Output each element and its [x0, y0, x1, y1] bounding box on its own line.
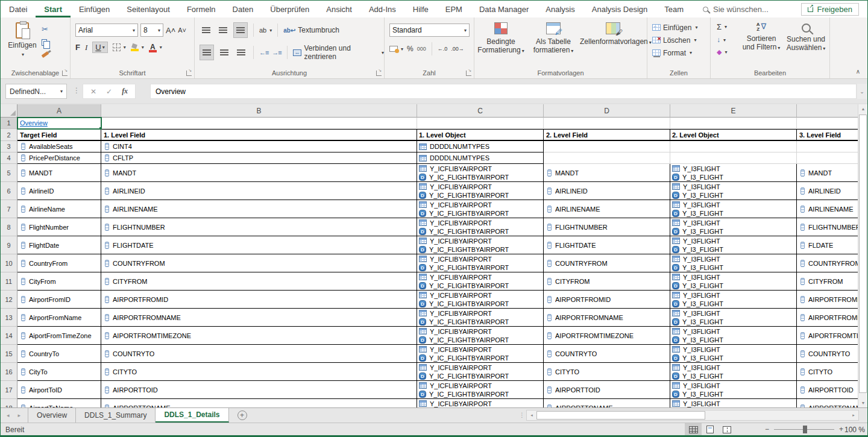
paste-button[interactable]: Einfügen ▾ [7, 22, 38, 58]
cell-level2-object[interactable]: Y_I3FLIGHT DY_I3_FLIGHT [670, 254, 797, 272]
cell-level1-object[interactable]: DDDDLNUMTYPES [417, 152, 544, 164]
cell-level2-field[interactable]: AIRPORTTONAME [544, 399, 670, 407]
zoom-slider-handle[interactable] [803, 426, 807, 433]
clear-button[interactable]: ◆▾ [717, 48, 727, 56]
row-number[interactable]: 4 [1, 152, 17, 164]
format-cells-button[interactable]: Format▾ [652, 46, 710, 59]
cell-level2-object[interactable]: Y_I3FLIGHT DY_I3_FLIGHT [670, 200, 797, 218]
insert-cells-button[interactable]: Einfügen▾ [652, 21, 710, 34]
cell-level2-object[interactable]: Y_I3FLIGHT DY_I3_FLIGHT [670, 399, 797, 407]
column-header-A[interactable]: A [17, 104, 101, 118]
menu-tab-data-manager[interactable]: Data Manager [471, 1, 537, 17]
row-number[interactable]: 8 [1, 218, 17, 236]
cell-target-field[interactable]: CityFrom [17, 272, 101, 291]
cell-level2-object[interactable]: Y_I3FLIGHT DY_I3_FLIGHT [670, 272, 797, 291]
expand-formula-bar-icon[interactable]: ⌄ [857, 84, 867, 99]
row-number[interactable]: 17 [1, 381, 17, 399]
cell-level1-object[interactable]: Y_ICFLIBYAIRPORT DY_IC_FLIGHTBYAIRPORT [417, 236, 544, 254]
menu-tab-ansicht[interactable]: Ansicht [318, 1, 360, 17]
cell-level2-field[interactable]: COUNTRYFROM [544, 254, 670, 272]
percent-button[interactable]: % [407, 45, 414, 53]
cell-level2-field[interactable]: CITYFROM [544, 272, 670, 291]
cell-level2-object[interactable]: Y_I3FLIGHT DY_I3_FLIGHT [670, 327, 797, 345]
scroll-down-icon[interactable]: ▼ [859, 398, 867, 407]
header-level1-object[interactable]: 1. Level Object [417, 129, 544, 141]
menu-tab-start[interactable]: Start [36, 1, 71, 17]
cell-level3-field[interactable] [797, 141, 859, 152]
cell-level2-field[interactable] [544, 152, 670, 164]
cell-level1-field[interactable]: CFLTP [101, 152, 417, 164]
font-color-button[interactable]: A▾ [149, 44, 162, 51]
header-target-field[interactable]: Target Field [17, 129, 101, 141]
sheet-tab-overview[interactable]: Overview [28, 408, 76, 423]
cell-target-field[interactable]: AiportFromTimeZone [17, 327, 101, 345]
copy-icon[interactable] [42, 39, 47, 46]
align-middle-button[interactable] [216, 23, 230, 37]
cell-level3-field[interactable]: MANDT [797, 164, 859, 182]
sheet-nav-left-icon[interactable]: ◂ [7, 412, 10, 418]
page-break-view-button[interactable] [719, 423, 735, 436]
cell-level3-field[interactable]: COUNTRYFROM [797, 254, 859, 272]
row-number[interactable]: 6 [1, 182, 17, 200]
column-header-E[interactable]: E [670, 104, 797, 118]
vertical-scroll-thumb[interactable] [859, 115, 867, 393]
vertical-scrollbar[interactable]: ▲ ▼ [858, 104, 867, 407]
cell-level2-object[interactable]: Y_I3FLIGHT DY_I3_FLIGHT [670, 291, 797, 309]
cell-level1-field[interactable]: AIRLINEID [101, 182, 417, 200]
menu-tab-formeln[interactable]: Formeln [178, 1, 224, 17]
cell-level2-field[interactable]: AIPORTFROMTIMEZONE [544, 327, 670, 345]
cell-level2-object[interactable]: Y_I3FLIGHT DY_I3_FLIGHT [670, 182, 797, 200]
fill-button[interactable]: ↓▾ [717, 36, 727, 44]
cell-level2-field[interactable]: AIRPORTFROMNAME [544, 309, 670, 327]
cell-level3-field[interactable]: AIRLINENAME [797, 200, 859, 218]
sheet-nav-right-icon[interactable]: ▸ [18, 412, 21, 418]
cell-level3-field[interactable] [797, 152, 859, 164]
cell-level2-field[interactable]: AIRLINEID [544, 182, 670, 200]
menu-tab-daten[interactable]: Daten [224, 1, 262, 17]
sheet-tab-ddls_1_details[interactable]: DDLS_1_Details [156, 408, 228, 423]
scroll-up-icon[interactable]: ▲ [859, 104, 867, 113]
menu-tab--berpr-fen[interactable]: Überprüfen [262, 1, 318, 17]
align-left-button[interactable] [200, 45, 214, 60]
cell-level2-field[interactable]: MANDT [544, 164, 670, 182]
collapse-ribbon-icon[interactable]: ∧ [856, 68, 860, 75]
cell-target-field[interactable]: AirlineID [17, 182, 101, 200]
thousands-button[interactable]: 000 [417, 46, 426, 52]
cell-level3-field[interactable]: FLIGHTNUMBER [797, 218, 859, 236]
cell-level3-field[interactable]: AIRPORTFROMID [797, 291, 859, 309]
cell-level2-object[interactable]: Y_I3FLIGHT DY_I3_FLIGHT [670, 345, 797, 363]
cell-level1-object[interactable]: Y_ICFLIBYAIRPORT DY_IC_FLIGHTBYAIRPORT [417, 182, 544, 200]
cell-level1-field[interactable]: AIRLINENAME [101, 200, 417, 218]
cell-level2-object[interactable]: Y_I3FLIGHT DY_I3_FLIGHT [670, 363, 797, 381]
fill-handle[interactable] [99, 127, 101, 129]
cell-level1-field[interactable]: AIRPORTTONAME [101, 399, 417, 407]
select-all-corner[interactable] [1, 104, 17, 118]
zoom-in-icon[interactable]: + [839, 425, 843, 433]
sort-filter-button[interactable]: AZ ∇ Sortieren und Filtern▾ [740, 22, 783, 52]
scroll-right-icon[interactable]: ▸ [849, 411, 858, 420]
cell-level3-field[interactable]: CITYTO [797, 363, 859, 381]
column-header-D[interactable]: D [544, 104, 670, 118]
dialog-launcher-icon[interactable] [62, 71, 68, 76]
header-level2-object[interactable]: 2. Level Object [670, 129, 797, 141]
cancel-icon[interactable]: ✕ [90, 87, 96, 96]
dialog-launcher-icon[interactable] [376, 71, 382, 76]
formula-input[interactable]: Overview [150, 84, 857, 99]
new-sheet-button[interactable]: + [237, 410, 247, 420]
cell-level1-field[interactable]: FLIGHTNUMBER [101, 218, 417, 236]
cell-level2-object[interactable] [670, 141, 797, 152]
cell-target-field[interactable]: FlightNumber [17, 218, 101, 236]
cell-level2-object[interactable]: Y_I3FLIGHT DY_I3_FLIGHT [670, 309, 797, 327]
horizontal-scroll-thumb[interactable] [536, 411, 705, 420]
cell-target-field[interactable]: AirportFromName [17, 309, 101, 327]
dialog-launcher-icon[interactable] [466, 71, 471, 76]
header-level2-field[interactable]: 2. Level Field [544, 129, 670, 141]
cell[interactable] [101, 118, 417, 129]
menu-tab-datei[interactable]: Datei [1, 1, 36, 17]
italic-button[interactable]: I [85, 43, 87, 52]
row-number[interactable]: 11 [1, 272, 17, 291]
menu-tab-epm[interactable]: EPM [437, 1, 471, 17]
cell-level1-object[interactable]: Y_ICFLIBYAIRPORT DY_IC_FLIGHTBYAIRPORT [417, 327, 544, 345]
align-center-button[interactable] [218, 45, 231, 60]
cell-level1-object[interactable]: Y_ICFLIBYAIRPORT DY_IC_FLIGHTBYAIRPORT [417, 345, 544, 363]
